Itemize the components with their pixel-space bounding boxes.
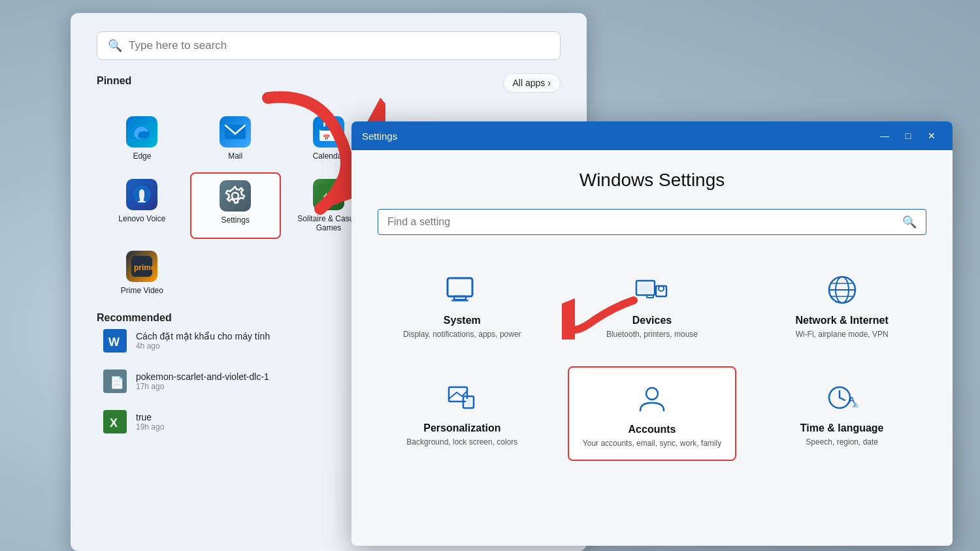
time-desc: Speech, region, date <box>806 437 878 448</box>
svg-rect-33 <box>639 283 652 292</box>
svg-line-48 <box>840 398 845 400</box>
rec-item-name: pokemon-scarlet-and-violet-dlc-1 <box>136 371 269 382</box>
svg-text:📄: 📄 <box>110 375 125 390</box>
search-bar[interactable]: 🔍 <box>97 31 561 60</box>
svg-rect-31 <box>451 300 468 302</box>
setting-accounts[interactable]: Accounts Your accounts, email, sync, wor… <box>568 366 737 461</box>
rec-item-info: Cách đặt mật khẩu cho máy tính 4h ago <box>136 331 270 351</box>
personalization-desc: Background, lock screen, colors <box>406 437 517 448</box>
mail-icon <box>220 116 251 148</box>
devices-desc: Bluetooth, printers, mouse <box>606 329 698 340</box>
prime-video-icon: prime <box>126 251 157 282</box>
settings-grid: System Display, notifications, apps, pow… <box>378 259 926 461</box>
svg-text:X: X <box>110 417 118 430</box>
app-lenovo-voice[interactable]: Lenovo Voice <box>97 172 188 239</box>
prime-label: Prime Video <box>121 286 163 295</box>
mail-label: Mail <box>228 151 242 161</box>
rec-item-time: 4h ago <box>136 341 270 351</box>
settings-icon <box>220 180 251 212</box>
personalization-name: Personalization <box>423 422 500 434</box>
setting-time[interactable]: A あ Time & language Speech, region, date <box>757 366 926 461</box>
pinned-title: Pinned <box>97 75 131 87</box>
solitaire-icon: ♠ <box>313 179 344 210</box>
svg-point-14 <box>232 193 238 199</box>
network-name: Network & Internet <box>796 315 889 326</box>
all-apps-button[interactable]: All apps › <box>503 73 561 93</box>
word-icon: W <box>103 329 127 353</box>
devices-name: Devices <box>632 315 672 326</box>
devices-icon <box>634 272 670 308</box>
svg-text:prime: prime <box>134 263 152 272</box>
setting-system[interactable]: System Display, notifications, apps, pow… <box>378 259 547 351</box>
settings-window: Settings — □ ✕ Windows Settings 🔍 <box>351 121 953 546</box>
app-edge[interactable]: Edge <box>97 110 188 167</box>
settings-titlebar: Settings — □ ✕ <box>351 121 953 150</box>
settings-body: Windows Settings 🔍 System Display, notif… <box>351 150 953 480</box>
time-name: Time & language <box>800 422 884 434</box>
rec-item-info: pokemon-scarlet-and-violet-dlc-1 17h ago <box>136 371 269 391</box>
svg-text:♠: ♠ <box>323 189 330 202</box>
rec-item-time: 17h ago <box>136 382 269 391</box>
app-prime-video[interactable]: prime Prime Video <box>97 244 188 302</box>
accounts-desc: Your accounts, email, sync, work, family <box>583 438 721 449</box>
svg-rect-44 <box>466 399 471 405</box>
rec-item-time: 19h ago <box>136 422 164 432</box>
setting-devices[interactable]: Devices Bluetooth, printers, mouse <box>568 259 737 351</box>
lenovo-voice-label: Lenovo Voice <box>118 214 165 223</box>
network-desc: Wi-Fi, airplane mode, VPN <box>796 329 889 340</box>
settings-title: Settings <box>362 131 397 142</box>
doc-icon: 📄 <box>103 370 127 393</box>
svg-rect-5 <box>332 122 334 127</box>
settings-label: Settings <box>221 215 250 225</box>
settings-search-icon: 🔍 <box>902 215 917 229</box>
excel-icon: X <box>103 410 127 433</box>
accounts-icon <box>634 381 670 417</box>
search-icon: 🔍 <box>108 39 122 53</box>
svg-rect-13 <box>138 201 146 202</box>
svg-rect-4 <box>323 122 325 127</box>
lenovo-voice-icon <box>126 179 157 210</box>
app-settings[interactable]: Settings <box>190 172 281 239</box>
rec-item-name: Cách đặt mật khẩu cho máy tính <box>136 331 270 341</box>
settings-search[interactable]: 🔍 <box>378 209 926 235</box>
setting-network[interactable]: Network & Internet Wi-Fi, airplane mode,… <box>757 259 926 351</box>
setting-personalization[interactable]: Personalization Background, lock screen,… <box>378 366 547 461</box>
system-icon <box>444 272 480 308</box>
maximize-button[interactable]: □ <box>898 127 919 145</box>
network-icon <box>824 272 860 308</box>
rec-item-name: true <box>136 412 164 422</box>
svg-text:W: W <box>108 336 120 349</box>
svg-point-45 <box>646 388 658 400</box>
edge-label: Edge <box>133 151 151 161</box>
svg-text:あ: あ <box>853 401 858 408</box>
svg-rect-34 <box>647 295 653 298</box>
edge-icon <box>126 116 157 148</box>
svg-text:📅: 📅 <box>323 134 331 142</box>
close-button[interactable]: ✕ <box>921 127 942 145</box>
time-icon: A あ <box>824 379 860 416</box>
svg-rect-30 <box>454 296 466 300</box>
minimize-button[interactable]: — <box>874 127 895 145</box>
rec-item-info: true 19h ago <box>136 412 164 432</box>
app-mail[interactable]: Mail <box>190 110 281 167</box>
svg-rect-3 <box>319 124 338 131</box>
personalization-icon <box>444 379 480 416</box>
system-name: System <box>444 315 481 326</box>
svg-rect-29 <box>448 278 472 296</box>
titlebar-controls: — □ ✕ <box>874 127 942 145</box>
settings-search-input[interactable] <box>387 216 902 228</box>
calendar-icon: 📅 <box>313 116 344 148</box>
search-input[interactable] <box>129 39 549 52</box>
recommended-title: Recommended <box>97 312 172 323</box>
system-desc: Display, notifications, apps, power <box>403 329 521 340</box>
accounts-name: Accounts <box>629 424 676 435</box>
calendar-label: Calendar <box>313 151 345 161</box>
settings-heading: Windows Settings <box>378 170 926 191</box>
